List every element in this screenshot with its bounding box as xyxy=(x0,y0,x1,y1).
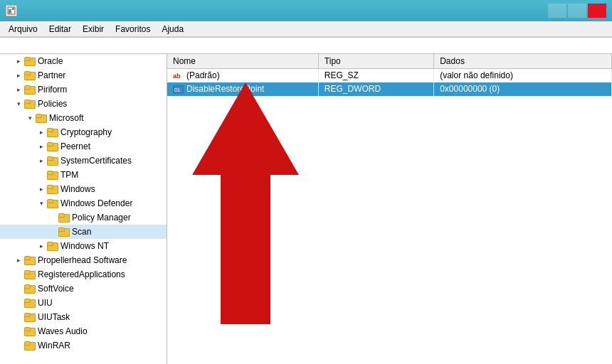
tree-item-uiu[interactable]: UIU xyxy=(0,296,167,310)
menu-ajuda[interactable]: Ajuda xyxy=(156,23,189,36)
svg-rect-1 xyxy=(9,9,11,14)
close-button[interactable] xyxy=(588,4,606,18)
table-row-disablerestorepoint[interactable]: 01DisableRestorePointREG_DWORD0x00000000… xyxy=(167,82,612,96)
tree-item-cryptography[interactable]: ▸Cryptography xyxy=(0,125,167,139)
folder-icon-tpm xyxy=(47,170,58,180)
menu-exibir[interactable]: Exibir xyxy=(77,23,110,36)
cell-type-default: REG_SZ xyxy=(318,69,433,82)
folder-icon-winrar xyxy=(24,341,36,350)
folder-icon-piriform xyxy=(24,85,36,95)
tree-label-propellerhead: Propellerhead Software xyxy=(38,255,127,265)
expand-icon-oracle[interactable]: ▸ xyxy=(13,55,24,67)
tree-item-winrar[interactable]: WinRAR xyxy=(0,338,167,353)
menu-favoritos[interactable]: Favoritos xyxy=(110,23,156,36)
address-bar xyxy=(0,37,612,54)
expand-icon-systemcertificates[interactable]: ▸ xyxy=(36,155,47,166)
title-bar xyxy=(0,0,612,21)
tree-item-tpm[interactable]: TPM xyxy=(0,168,167,182)
col-header-type[interactable]: Tipo xyxy=(318,54,433,69)
tree-label-policymanager: Policy Manager xyxy=(72,213,131,223)
tree-item-policies[interactable]: ▾Policies xyxy=(0,97,167,111)
svg-rect-2 xyxy=(12,8,14,10)
col-header-data[interactable]: Dados xyxy=(434,54,612,69)
expand-icon-windowsnt[interactable]: ▸ xyxy=(36,240,47,252)
expand-icon-scan xyxy=(47,226,58,237)
maximize-button[interactable] xyxy=(568,4,586,18)
expand-icon-registeredapps xyxy=(13,269,24,280)
tree-item-windows[interactable]: ▸Windows xyxy=(0,182,167,196)
expand-icon-peernet[interactable]: ▸ xyxy=(36,141,47,152)
default-entry-icon: ab xyxy=(173,70,186,80)
tree-item-peernet[interactable]: ▸Peernet xyxy=(0,139,167,154)
tree-label-partner: Partner xyxy=(38,70,65,80)
folder-icon-softvoice xyxy=(24,284,36,294)
tree-item-microsoft[interactable]: ▾Microsoft xyxy=(0,111,167,125)
tree-label-policies: Policies xyxy=(38,99,67,109)
tree-item-partner[interactable]: ▸Partner xyxy=(0,68,167,82)
tree-item-oracle[interactable]: ▸Oracle xyxy=(0,54,167,68)
folder-icon-registeredapps xyxy=(24,269,36,279)
tree-item-softvoice[interactable]: SoftVoice xyxy=(0,282,167,296)
folder-icon-partner xyxy=(24,70,36,80)
expand-icon-partner[interactable]: ▸ xyxy=(13,70,24,81)
entry-name-default: (Padrão) xyxy=(186,70,220,80)
expand-icon-uiutask xyxy=(13,311,24,323)
folder-icon-uiutask xyxy=(24,312,36,322)
tree-label-uiutask: UIUTask xyxy=(38,312,70,322)
folder-icon-windowsdefender xyxy=(47,198,58,208)
folder-icon-propellerhead xyxy=(24,255,36,265)
folder-icon-policymanager xyxy=(58,213,70,223)
folder-icon-systemcertificates xyxy=(47,156,58,166)
tree-label-scan: Scan xyxy=(72,227,91,237)
expand-icon-windows[interactable]: ▸ xyxy=(36,183,47,195)
tree-item-registeredapps[interactable]: RegisteredApplications xyxy=(0,267,167,282)
tree-item-wavesaudio[interactable]: Waves Audio xyxy=(0,324,167,338)
expand-icon-propellerhead[interactable]: ▸ xyxy=(13,255,24,266)
tree-item-uiutask[interactable]: UIUTask xyxy=(0,310,167,324)
expand-icon-policies[interactable]: ▾ xyxy=(13,98,24,109)
tree-item-scan[interactable]: Scan xyxy=(0,225,167,239)
expand-icon-piriform[interactable]: ▸ xyxy=(13,84,24,95)
tree-label-peernet: Peernet xyxy=(60,141,90,151)
tree-label-piriform: Piriform xyxy=(38,85,67,95)
content-pane[interactable]: Nome Tipo Dados ab(Padrão)REG_SZ(valor n… xyxy=(167,54,612,364)
folder-icon-wavesaudio xyxy=(24,326,36,336)
entry-name-disablerestorepoint: DisableRestorePoint xyxy=(186,84,264,94)
menu-editar[interactable]: Editar xyxy=(43,23,77,36)
cell-type-disablerestorepoint: REG_DWORD xyxy=(318,82,433,96)
expand-icon-cryptography[interactable]: ▸ xyxy=(36,127,47,138)
window-controls xyxy=(548,4,606,18)
expand-icon-windowsdefender[interactable]: ▾ xyxy=(36,198,47,209)
dword-entry-icon: 01 xyxy=(173,84,186,94)
folder-icon-windows xyxy=(47,184,58,194)
tree-item-piriform[interactable]: ▸Piriform xyxy=(0,82,167,97)
folder-icon-windowsnt xyxy=(47,241,58,251)
tree-label-registeredapps: RegisteredApplications xyxy=(38,269,125,279)
expand-icon-uiu xyxy=(13,297,24,309)
svg-text:01: 01 xyxy=(174,87,180,92)
tree-item-systemcertificates[interactable]: ▸SystemCertificates xyxy=(0,154,167,168)
cell-data-disablerestorepoint: 0x00000000 (0) xyxy=(434,82,612,96)
cell-name-disablerestorepoint: 01DisableRestorePoint xyxy=(167,82,318,96)
title-bar-left xyxy=(6,5,21,16)
tree-label-uiu: UIU xyxy=(38,298,53,308)
main-area: ▸Oracle▸Partner▸Piriform▾Policies▾Micros… xyxy=(0,54,612,364)
tree-item-windowsdefender[interactable]: ▾Windows Defender xyxy=(0,196,167,210)
tree-label-systemcertificates: SystemCertificates xyxy=(60,156,132,166)
expand-icon-tpm xyxy=(36,169,47,181)
menu-bar: Arquivo Editar Exibir Favoritos Ajuda xyxy=(0,21,612,37)
app-icon xyxy=(6,5,17,16)
tree-label-windows: Windows xyxy=(60,184,95,194)
minimize-button[interactable] xyxy=(548,4,566,18)
tree-item-windowsnt[interactable]: ▸Windows NT xyxy=(0,239,167,253)
tree-label-tpm: TPM xyxy=(60,170,78,180)
tree-pane[interactable]: ▸Oracle▸Partner▸Piriform▾Policies▾Micros… xyxy=(0,54,167,364)
col-header-name[interactable]: Nome xyxy=(167,54,318,69)
expand-icon-microsoft[interactable]: ▾ xyxy=(24,112,36,124)
menu-arquivo[interactable]: Arquivo xyxy=(3,23,43,36)
tree-label-oracle: Oracle xyxy=(38,56,63,66)
folder-icon-microsoft xyxy=(36,113,47,123)
table-row-default[interactable]: ab(Padrão)REG_SZ(valor não definido) xyxy=(167,69,612,82)
tree-item-propellerhead[interactable]: ▸Propellerhead Software xyxy=(0,253,167,267)
tree-item-policymanager[interactable]: Policy Manager xyxy=(0,210,167,225)
